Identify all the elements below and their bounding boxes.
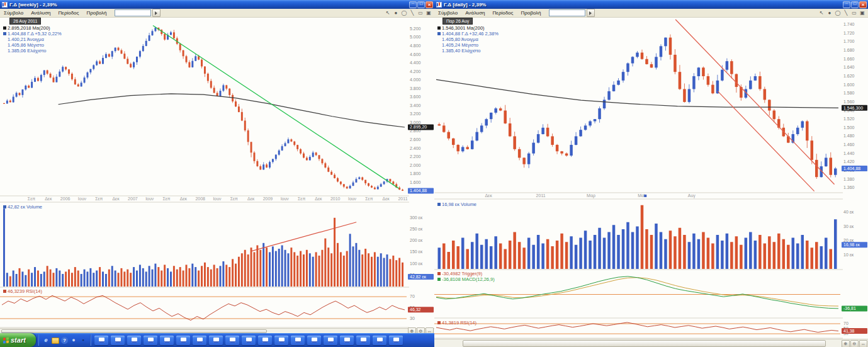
svg-text:Σεπ: Σεπ [365,196,373,201]
zoom-in-icon[interactable]: ⊕ [408,327,416,333]
cursor-icon[interactable]: ↖ [818,10,825,16]
svg-text:16,98 εκ: 16,98 εκ [843,242,860,247]
svg-text:1.740: 1.740 [843,22,855,26]
taskbar-window-button[interactable] [340,336,354,345]
svg-text:Μαϊ: Μαϊ [638,193,645,198]
taskbar-window-button[interactable] [258,336,272,345]
taskbar-window-button[interactable] [94,336,108,345]
svg-text:1.420: 1.420 [843,159,855,164]
app-icon-1[interactable]: ● [70,336,77,344]
h-scrollbar[interactable]: ⊕⊖↔ [0,328,434,333]
svg-text:1.600: 1.600 [410,180,421,185]
trendline-icon[interactable]: ╲ [843,10,849,16]
taskbar-window-button[interactable] [373,336,386,345]
taskbar-window-button[interactable] [242,336,256,345]
svg-text:1.380: 1.380 [843,177,855,181]
symbol-go-button[interactable] [152,9,161,17]
folder-icon[interactable] [52,338,59,344]
taskbar-window-button[interactable] [324,336,337,345]
taskbar-divider [38,334,39,346]
h-scrollbar[interactable]: ⊕⊖↔ [434,339,868,347]
window-button-icon [246,338,252,343]
symbol-input[interactable] [115,9,151,16]
close-button[interactable] [859,1,867,8]
maximize-button[interactable] [417,1,425,8]
zoom-out-icon[interactable]: ⊖ [850,340,859,347]
symbol-input[interactable] [549,9,585,16]
svg-text:40 εκ: 40 εκ [843,210,854,214]
dot-icon[interactable]: ● [826,10,833,16]
taskbar-window-button[interactable] [127,336,141,345]
taskbar-window-button[interactable] [274,336,288,345]
window-button-icon [99,338,104,343]
window-button-icon [115,338,121,343]
svg-text:Ιουν: Ιουν [213,196,222,201]
save-icon[interactable]: ▣ [859,10,865,16]
pan-icon[interactable]: ↔ [426,327,434,333]
taskbar-window-button[interactable] [111,336,125,345]
taskbar-window-button[interactable] [389,336,403,345]
minimize-button[interactable] [843,1,850,8]
svg-text:1.520: 1.520 [843,117,855,121]
menu-symbol[interactable]: Σύμβολο [0,10,27,16]
taskbar-window-button[interactable] [291,336,305,345]
chart-canvas-daily[interactable]: 1.7401.7201.7001.6801.6601.6401.6201.600… [434,17,868,339]
minimize-button[interactable] [409,1,417,8]
zoom-in-icon[interactable]: ⊕ [842,340,850,347]
svg-text:3.400: 3.400 [410,103,421,108]
taskbar-window-button[interactable] [144,336,157,345]
menubar-weekly: Σύμβολο Ανάλυση Περίοδος Προβολή ↖●◯╲▭▣ [0,9,434,18]
legend-line: 1.405,24 Μέγιστο [437,42,499,48]
taskbar-window-button[interactable] [160,336,174,345]
zoom-out-icon[interactable]: ⊖ [417,327,425,333]
taskbar-window-button[interactable] [307,336,321,345]
taskbar-window-button[interactable] [193,336,206,345]
svg-text:4.000: 4.000 [410,77,421,82]
symbol-go-button[interactable] [587,9,595,17]
app-icon-2[interactable]: ▪ [79,336,87,344]
svg-text:30: 30 [410,316,415,321]
chart-canvas-weekly[interactable]: 5.2005.0004.8004.6004.4004.2004.0003.800… [0,17,434,328]
dot-icon[interactable]: ● [393,10,399,16]
menu-analysis[interactable]: Ανάλυση [27,10,54,16]
window-button-icon [279,338,285,343]
taskbar-window-button[interactable] [209,336,223,345]
menu-view[interactable]: Προβολή [82,10,110,16]
titlebar-daily[interactable]: Γ.Δ [daily] - 2,39% [434,0,868,9]
cursor-icon[interactable]: ↖ [385,10,391,16]
window-button-icon [328,338,334,343]
scrollbar-thumb[interactable] [463,340,826,347]
menu-view[interactable]: Προβολή [517,10,544,16]
svg-text:Αυγ: Αυγ [688,193,696,198]
pan-icon[interactable]: ↔ [859,340,867,347]
svg-text:150 εκ: 150 εκ [410,249,423,254]
start-button[interactable]: start [0,333,36,347]
maximize-button[interactable] [851,1,859,8]
ie-icon[interactable]: e [42,336,50,344]
save-icon[interactable]: ▣ [426,10,432,16]
svg-text:1.360: 1.360 [843,185,855,190]
window-button-icon [377,338,383,343]
window-title: Γ.Δ [weekly] - 2,39% [9,2,409,8]
legend-line: 42,82 εκ Volume [3,204,42,210]
volume-legend: 16,98 εκ Volume [437,202,476,207]
ellipse-icon[interactable]: ◯ [401,10,407,16]
menu-period[interactable]: Περίοδος [489,10,517,16]
menu-symbol[interactable]: Σύμβολο [434,10,461,16]
menu-period[interactable]: Περίοδος [55,10,83,16]
rectangle-icon[interactable]: ▭ [417,10,424,16]
ellipse-icon[interactable]: ◯ [835,10,841,16]
svg-text:Δεκ: Δεκ [485,193,492,198]
help-icon[interactable]: ? [61,337,68,344]
menu-analysis[interactable]: Ανάλυση [461,10,488,16]
taskbar-window-button[interactable] [176,336,190,345]
taskbar-window-button[interactable] [225,336,239,345]
close-button[interactable] [426,1,433,8]
taskbar-window-button[interactable] [356,336,370,345]
trendline-icon[interactable]: ╲ [409,10,415,16]
window-button-icon [213,338,219,343]
svg-text:3.800: 3.800 [410,86,421,91]
window-title: Γ.Δ [daily] - 2,39% [444,2,843,8]
titlebar-weekly[interactable]: Γ.Δ [weekly] - 2,39% [0,0,434,9]
rectangle-icon[interactable]: ▭ [851,10,857,16]
